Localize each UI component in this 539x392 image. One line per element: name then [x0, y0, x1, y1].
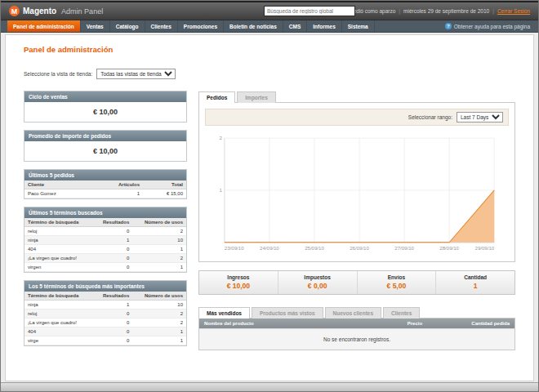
- table-cell: 1: [132, 327, 186, 336]
- table-cell: 0: [93, 318, 132, 327]
- separator: |: [399, 8, 400, 14]
- column-header: Cantidad pedida: [427, 318, 514, 328]
- table-cell: ninja: [24, 301, 93, 310]
- separator: |: [492, 8, 494, 14]
- bottom-tab[interactable]: Nuevos clientes: [325, 307, 382, 318]
- magento-logo[interactable]: M Magento Admin Panel: [9, 6, 103, 16]
- table-cell: 404: [24, 327, 93, 336]
- header: M Magento Admin Panel Accedió como aparz…: [1, 2, 538, 20]
- table-cell: 1: [93, 301, 132, 310]
- table-cell: reloj: [24, 227, 93, 236]
- lifetime-sales-value: € 10,00: [24, 102, 186, 122]
- table-cell: 0: [93, 245, 132, 254]
- help-icon: ?: [445, 23, 452, 29]
- nav-item[interactable]: Promociones: [178, 20, 224, 32]
- store-view-label: Seleccione la vista de tienda:: [24, 71, 92, 77]
- svg-text:29/09/10: 29/09/10: [475, 245, 495, 251]
- table-row: 40401: [24, 245, 186, 254]
- nav-item[interactable]: Boletín de noticias: [224, 20, 283, 32]
- stat-item: Ingresos€ 10,00: [199, 271, 278, 294]
- column-header: Término de búsqueda: [24, 218, 93, 227]
- nav-item[interactable]: Ventas: [81, 20, 110, 32]
- nav-item[interactable]: CMS: [283, 20, 307, 32]
- content-area: Panel de administración Seleccione la vi…: [5, 34, 534, 381]
- stat-value: € 10,00: [199, 282, 278, 290]
- table-cell: virgen: [24, 263, 93, 272]
- svg-text:1: 1: [219, 187, 222, 193]
- average-orders-value: € 10,00: [24, 141, 186, 161]
- table-cell: 1: [132, 336, 186, 345]
- bottom-tabs: Más vendidosProductos más vistosNuevos c…: [198, 306, 515, 318]
- chart-tab[interactable]: Pedidos: [198, 91, 235, 103]
- logout-link[interactable]: Cerrar Sesión: [497, 8, 530, 14]
- help-link[interactable]: ? Obtener ayuda para esta página: [445, 20, 530, 32]
- bottom-tab[interactable]: Productos más vistos: [252, 307, 323, 318]
- left-column: Ciclo de ventas € 10,00 Promedio de impo…: [24, 91, 187, 354]
- column-header: Nombre del producto: [199, 318, 382, 328]
- average-orders-box: Promedio de importe de pedidos € 10,00: [24, 130, 187, 162]
- table-cell: 0: [93, 336, 132, 345]
- right-column: PedidosImportes Seleccionar rango: Last …: [198, 91, 515, 354]
- stat-value: € 5,00: [358, 282, 436, 290]
- table-cell: 0: [93, 310, 132, 318]
- nav-item[interactable]: Clientes: [145, 20, 178, 32]
- column-header: Resultados: [93, 218, 132, 227]
- header-info: Accedió como aparzo | miércoles 29 de se…: [345, 8, 530, 14]
- table-cell: 2: [132, 318, 186, 327]
- table-cell: 10: [132, 236, 186, 245]
- box-title: Promedio de importe de pedidos: [24, 131, 186, 141]
- box-title: Los 5 términos de búsqueda más important…: [24, 281, 186, 292]
- nav-item[interactable]: Sistema: [342, 20, 375, 32]
- nav-item[interactable]: Panel de administración: [7, 20, 81, 32]
- last-search-terms-box: Últimos 5 términos buscados Término de b…: [24, 207, 187, 273]
- box-title: Ciclo de ventas: [24, 91, 186, 102]
- orders-chart-svg: 1223/09/1024/09/1025/09/1026/09/1027/09/…: [205, 131, 509, 256]
- table-cell: ninja: [24, 236, 93, 245]
- table-cell: 1: [93, 236, 132, 245]
- range-select[interactable]: Last 7 Days: [457, 112, 503, 122]
- stat-label: Impuestos: [278, 274, 357, 280]
- app-window: M Magento Admin Panel Accedió como aparz…: [0, 0, 539, 392]
- logo-text: Magento: [23, 7, 56, 16]
- svg-text:25/09/10: 25/09/10: [305, 245, 324, 251]
- last-orders-box: Últimos 5 pedidos ClienteArtículosTotalP…: [24, 169, 187, 199]
- range-bar: Seleccionar rango: Last 7 Days: [205, 109, 509, 126]
- column-header: Artículos: [91, 180, 143, 189]
- stat-item: Cantidad1: [435, 271, 514, 294]
- global-search-input[interactable]: [264, 6, 355, 16]
- table-row: ninja110: [24, 301, 186, 310]
- table-row: virge01: [24, 336, 186, 345]
- stat-value: € 0,00: [278, 282, 357, 290]
- svg-text:26/09/10: 26/09/10: [350, 245, 369, 251]
- dashboard-columns: Ciclo de ventas € 10,00 Promedio de impo…: [24, 91, 515, 354]
- table-cell: 10: [132, 301, 186, 310]
- lifetime-sales-box: Ciclo de ventas € 10,00: [24, 91, 187, 122]
- table-cell: 2: [132, 254, 186, 263]
- nav-item[interactable]: Informes: [307, 20, 341, 32]
- help-label: Obtener ayuda para esta página: [454, 24, 530, 29]
- column-header: Cliente: [24, 180, 91, 189]
- nav-item[interactable]: Catálogo: [110, 20, 145, 32]
- last-search-table: Término de búsquedaResultadosNúmero de u…: [24, 218, 186, 272]
- top-search-table: Término de búsquedaResultadosNúmero de u…: [24, 292, 186, 345]
- range-label: Seleccionar rango:: [408, 114, 452, 120]
- box-title: Últimos 5 términos buscados: [24, 207, 186, 218]
- bottom-tab[interactable]: Clientes: [383, 307, 420, 318]
- chart-tab[interactable]: Importes: [237, 91, 275, 103]
- products-grid: Nombre del productoPrecioCantidad pedida…: [198, 318, 515, 350]
- bottom-tab[interactable]: Más vendidos: [198, 307, 250, 318]
- table-row: virgen01: [24, 263, 186, 272]
- table-cell: 1: [91, 189, 143, 198]
- store-view-select[interactable]: Todas las vistas de tienda: [96, 69, 176, 79]
- table-cell: ¡La virgen que cuadro!: [24, 254, 93, 263]
- stat-item: Impuestos€ 0,00: [278, 271, 357, 294]
- stat-label: Cantidad: [436, 274, 514, 280]
- table-cell: 2: [132, 310, 186, 318]
- svg-text:28/09/10: 28/09/10: [439, 245, 459, 251]
- svg-text:27/09/10: 27/09/10: [394, 245, 414, 251]
- table-cell: 1: [132, 245, 186, 254]
- nav-items: Panel de administraciónVentasCatálogoCli…: [7, 20, 375, 32]
- table-cell: 2: [132, 227, 186, 236]
- table-cell: 0: [93, 254, 132, 263]
- table-row: ¡La virgen que cuadro!02: [24, 254, 186, 263]
